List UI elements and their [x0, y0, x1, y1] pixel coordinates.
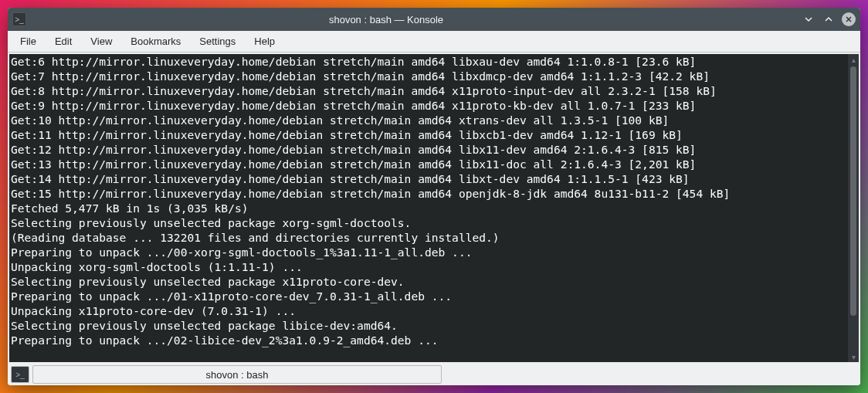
menu-file[interactable]: File	[11, 32, 46, 50]
tabbar: >_ shovon : bash	[8, 364, 860, 385]
menubar: File Edit View Bookmarks Settings Help	[8, 31, 860, 53]
window-title: shovon : bash — Konsole	[32, 14, 802, 25]
menu-bookmarks[interactable]: Bookmarks	[121, 32, 190, 50]
tab-active[interactable]: shovon : bash	[32, 365, 442, 384]
terminal-area[interactable]: Get:6 http://mirror.linuxeveryday.home/d…	[9, 54, 859, 362]
scroll-up-icon[interactable]: ▴	[848, 54, 859, 65]
minimize-button[interactable]	[802, 12, 815, 26]
menu-view[interactable]: View	[81, 32, 121, 50]
window-controls	[802, 12, 856, 26]
menu-settings[interactable]: Settings	[190, 32, 245, 50]
scrollbar[interactable]: ▴ ▾	[848, 54, 859, 362]
scroll-thumb[interactable]	[850, 66, 856, 316]
menu-help[interactable]: Help	[245, 32, 284, 50]
maximize-button[interactable]	[822, 12, 836, 26]
scroll-down-icon[interactable]: ▾	[848, 351, 859, 362]
menu-edit[interactable]: Edit	[46, 32, 81, 50]
terminal-output[interactable]: Get:6 http://mirror.linuxeveryday.home/d…	[9, 54, 848, 362]
tab-label: shovon : bash	[206, 369, 269, 381]
close-button[interactable]	[842, 12, 856, 26]
app-icon: >_	[12, 12, 26, 26]
new-tab-icon[interactable]: >_	[11, 366, 29, 383]
konsole-window: >_ shovon : bash — Konsole File Edit Vie…	[8, 8, 860, 385]
titlebar[interactable]: >_ shovon : bash — Konsole	[8, 8, 860, 31]
